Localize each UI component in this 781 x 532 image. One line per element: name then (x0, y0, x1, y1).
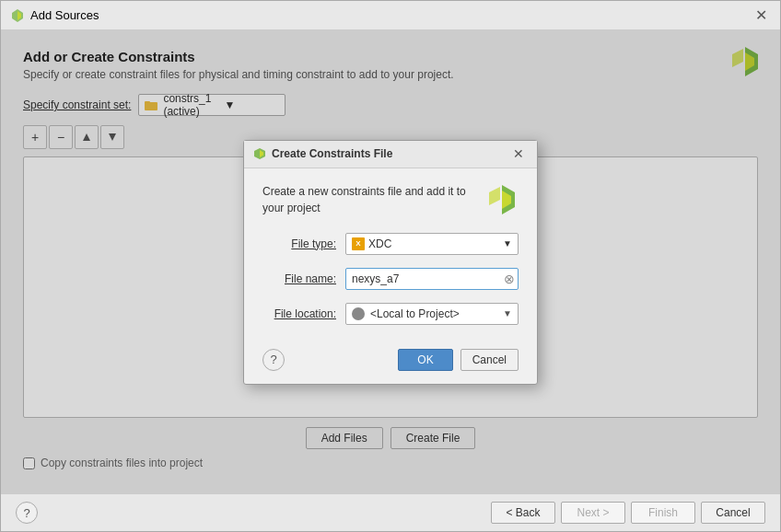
file-name-label[interactable]: File name: (262, 272, 336, 285)
modal-help-button[interactable]: ? (262, 349, 285, 371)
cancel-button[interactable]: Cancel (701, 502, 765, 524)
file-name-wrapper: ⊗ (345, 268, 519, 290)
file-type-label[interactable]: File type: (262, 237, 336, 250)
file-location-value: <Local to Project> (370, 307, 497, 320)
file-type-select[interactable]: X XDC ▼ (345, 233, 519, 255)
modal-titlebar: Create Constraints File ✕ (244, 141, 537, 168)
file-location-row: File location: <Local to Project> ▼ (262, 303, 519, 325)
footer-right: < Back Next > Finish Cancel (491, 502, 765, 524)
title-bar: Add Sources ✕ (1, 1, 780, 30)
file-name-clear-icon[interactable]: ⊗ (504, 272, 515, 285)
app-logo-icon (10, 8, 25, 23)
xdc-icon: X XDC (352, 237, 391, 250)
help-button[interactable]: ? (16, 502, 38, 524)
file-type-dropdown-arrow-icon: ▼ (503, 238, 512, 249)
modal-title: Create Constraints File (272, 147, 392, 160)
modal-titlebar-left: Create Constraints File (253, 147, 392, 160)
main-window: Add Sources ✕ Add or Create Constraints … (0, 0, 781, 532)
file-type-row: File type: X XDC ▼ (262, 233, 519, 255)
finish-button[interactable]: Finish (631, 502, 695, 524)
modal-body: Create a new constraints file and add it… (244, 168, 537, 340)
footer-left: ? (16, 502, 38, 524)
window-close-button[interactable]: ✕ (752, 6, 771, 25)
window-title: Add Sources (30, 8, 99, 22)
modal-vivado-logo-icon (485, 183, 519, 220)
title-bar-left: Add Sources (10, 8, 99, 23)
modal-overlay: Create Constraints File ✕ Create a new c… (1, 30, 780, 493)
next-button[interactable]: Next > (561, 502, 625, 524)
svg-marker-13 (489, 187, 500, 205)
file-location-label[interactable]: File location: (262, 307, 336, 320)
file-location-select[interactable]: <Local to Project> ▼ (345, 303, 519, 325)
back-button[interactable]: < Back (491, 502, 555, 524)
footer: ? < Back Next > Finish Cancel (1, 493, 780, 531)
file-type-value: XDC (368, 237, 391, 250)
modal-cancel-button[interactable]: Cancel (460, 349, 519, 371)
modal-description: Create a new constraints file and add it… (262, 183, 485, 216)
ok-button[interactable]: OK (398, 349, 452, 371)
file-location-dropdown-arrow-icon: ▼ (503, 308, 512, 318)
create-constraints-dialog: Create Constraints File ✕ Create a new c… (243, 140, 538, 385)
modal-actions: OK Cancel (398, 349, 519, 371)
modal-close-button[interactable]: ✕ (509, 146, 528, 161)
location-folder-icon (352, 307, 365, 320)
file-name-input[interactable] (345, 268, 519, 290)
modal-description-row: Create a new constraints file and add it… (262, 183, 519, 220)
xdc-file-icon: X (352, 237, 365, 250)
file-name-row: File name: ⊗ (262, 268, 519, 290)
modal-footer: ? OK Cancel (244, 340, 537, 384)
main-content: Add or Create Constraints Specify or cre… (1, 30, 780, 493)
modal-logo-icon (253, 147, 266, 160)
